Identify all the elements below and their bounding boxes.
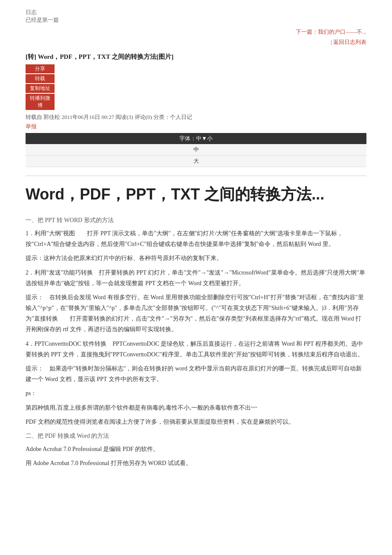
copy-address-button[interactable]: 复制地址 [26,84,55,93]
main-title: Word，PDF，PPT，TXT 之间的转换方法... [26,185,366,205]
article-p3: 4．PPTConverttoDOC 软件转换 PPTConverttoDOC 是… [26,338,366,360]
article-ps1: ps： [26,388,366,399]
article-p1tip: 提示：这种方法会把原来幻灯片中的行标、各种符号原封不动的复制下来。 [26,253,366,263]
article-p2: 2．利用"发送"功能巧转换 打开要转换的 PPT 幻灯片，单击"文件"→"发送"… [26,267,366,289]
article-ps3: PDF 文档的规范性使得浏览者在阅读上方便了许多，但倘若要从里面提取些资料，实在… [26,416,366,427]
article-ps2: 第四种慎用,百度上很多所谓的那个软件都是有病毒的,毒性不小,一般的杀毒软件查不出… [26,402,366,413]
article-p5: 用 Adobe Acrobat 7.0 Professional 打开他另存为 … [26,458,366,468]
share-button[interactable]: 分享 [26,64,55,73]
report-link[interactable]: 举报 [26,123,37,130]
font-size-label: 字体：中▼小 [179,135,213,142]
repost-button[interactable]: 转载 [26,74,55,83]
article-p3tip: 提示： 如果选中"转换时加分隔标志"，则会在转换好的 word 文档中显示当前内… [26,363,366,384]
article-p1: 1．利用"大纲"视图 打开 PPT 演示文稿，单击"大纲"，在左侧"幻灯片/大纲… [26,228,366,249]
share-box: 分享 转载 复制地址 转播到微博 [26,64,55,110]
section1-head: 一、把 PPT 转 WORD 形式的方法 [26,215,366,225]
prev-link: 已经是第一篇 [26,16,366,24]
article-body: 一、把 PPT 转 WORD 形式的方法 1．利用"大纲"视图 打开 PPT 演… [26,215,366,469]
section2-head: 二、把 PDF 转换成 Word 的方法 [26,431,366,441]
divider [26,176,366,176]
meta-line: 转载自 郭佳松 2011年06月16日 00:27 阅读(3) 评论(0) 分类… [26,113,366,121]
nav-label: 日志 [26,9,366,16]
article-p2tip: 提示： 在转换后会发现 Word 有很多空行。在 Word 里用替换功能全部删除… [26,292,366,335]
share-weibo-button[interactable]: 转播到微博 [26,94,55,110]
return-link[interactable]: | 返回日志列表 [331,39,366,45]
next-nav[interactable]: 下一篇：我们的户口——不... [26,28,366,36]
next-link[interactable]: 下一篇：我们的户口——不... [296,29,366,35]
top-nav: 日志 已经是第一篇 [26,9,366,24]
font-toolbar[interactable]: 字体：中▼小 [26,133,366,144]
font-size-mid[interactable]: 中 [26,144,366,156]
font-size-large[interactable]: 大 [26,156,366,167]
return-nav[interactable]: | 返回日志列表 [26,38,366,46]
post-title: [转] Word，PDF，PPT，TXT 之间的转换方法[图片] [26,53,366,61]
article-p4: Adobe Acrobat 7.0 Professional 是编辑 PDF 的… [26,444,366,454]
